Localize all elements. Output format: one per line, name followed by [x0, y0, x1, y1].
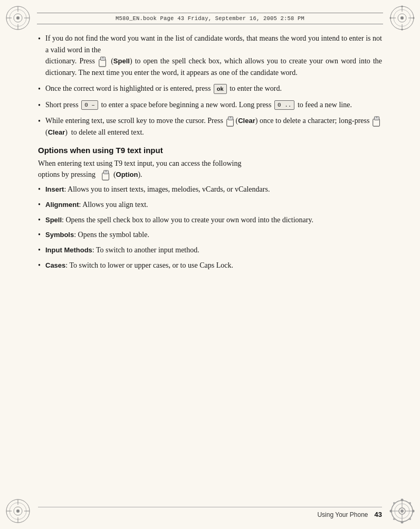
- option-item-insert: • Insert: Allows you to insert texts, im…: [38, 184, 382, 195]
- option-button-icon: [101, 170, 111, 181]
- option-item-cases: • Cases: To switch to lower or upper cas…: [38, 260, 382, 271]
- svg-point-35: [393, 502, 395, 504]
- page: M580_EN.book Page 43 Friday, September 1…: [0, 0, 420, 529]
- ok-key: ok: [214, 84, 227, 93]
- svg-point-18: [402, 29, 403, 31]
- option-item-spell: • Spell: Opens the spell check box to al…: [38, 214, 382, 226]
- bullet-item-4: • While entering text, use scroll key to…: [38, 115, 382, 138]
- bullet-dot-1: •: [38, 33, 45, 79]
- zero-key-newline: 0 ..: [274, 100, 294, 110]
- option-label-cases: Cases: [45, 261, 65, 269]
- bullet-item-3: • Short press 0 – to enter a space befor…: [38, 99, 382, 111]
- bullet-text-2: Once the correct word is highlighted or …: [45, 83, 382, 95]
- option-bullet-cases: •: [38, 260, 45, 271]
- svg-point-37: [393, 518, 395, 520]
- options-list: • Insert: Allows you to insert texts, im…: [38, 184, 382, 271]
- clear-label-1: Clear: [238, 117, 255, 125]
- svg-point-32: [401, 521, 404, 524]
- option-item-alignment: • Alignment: Allows you align text.: [38, 199, 382, 211]
- zero-key-space: 0 –: [81, 100, 98, 110]
- header-text: M580_EN.book Page 43 Friday, September 1…: [116, 15, 304, 22]
- corner-decoration-tl: [4, 4, 32, 32]
- clear-button-icon-1: [226, 116, 235, 127]
- option-text-insert: Insert: Allows you to insert texts, imag…: [45, 184, 382, 195]
- svg-point-19: [390, 17, 392, 19]
- footer-page-number: 43: [375, 511, 382, 518]
- spell-label: Spell: [113, 57, 130, 65]
- option-bullet-symbols: •: [38, 229, 45, 241]
- option-label-insert: Insert: [45, 185, 64, 193]
- option-bullet-insert: •: [38, 184, 45, 195]
- corner-decoration-br: [388, 497, 416, 525]
- header-bar: M580_EN.book Page 43 Friday, September 1…: [37, 13, 383, 24]
- option-text-cases: Cases: To switch to lower or upper cases…: [45, 260, 382, 271]
- main-content: • If you do not find the word you want i…: [38, 33, 382, 500]
- bullet-dot-4: •: [38, 116, 45, 138]
- option-label-symbols: Symbols: [45, 231, 74, 239]
- option-label-alignment: Alignment: [45, 201, 79, 209]
- option-text-symbols: Symbols: Opens the symbol table.: [45, 229, 382, 241]
- svg-point-16: [402, 6, 403, 7]
- footer-section-label: Using Your Phone: [317, 511, 368, 518]
- option-bullet-spell: •: [38, 214, 45, 226]
- svg-point-43: [400, 509, 404, 513]
- option-label-spell: Spell: [45, 216, 62, 224]
- svg-point-38: [409, 518, 411, 520]
- option-item-symbols: • Symbols: Opens the symbol table.: [38, 229, 382, 241]
- option-label-input-methods: Input Methods: [45, 246, 92, 254]
- bullet-text-1: If you do not find the word you want in …: [45, 33, 382, 79]
- svg-point-36: [409, 502, 411, 504]
- bullet-dot-3: •: [38, 100, 45, 111]
- option-text-alignment: Alignment: Allows you align text.: [45, 199, 382, 211]
- svg-point-11: [400, 16, 404, 20]
- svg-point-34: [412, 510, 415, 513]
- corner-decoration-tr: [388, 4, 416, 32]
- clear-label-2: Clear: [48, 128, 65, 136]
- footer: Using Your Phone 43: [38, 507, 382, 518]
- option-bullet-input-methods: •: [38, 244, 45, 256]
- bullet-text-4: While entering text, use scroll key to m…: [45, 115, 382, 138]
- bullet-text-3: Short press 0 – to enter a space before …: [45, 99, 382, 111]
- option-item-input-methods: • Input Methods: To switch to another in…: [38, 244, 382, 256]
- option-text-spell: Spell: Opens the spell check box to allo…: [45, 214, 382, 226]
- bullet-item-1: • If you do not find the word you want i…: [38, 33, 382, 79]
- section-intro: When entering text using T9 text input, …: [38, 158, 382, 181]
- bullet-item-2: • Once the correct word is highlighted o…: [38, 83, 382, 95]
- svg-point-23: [16, 509, 20, 513]
- option-bullet-alignment: •: [38, 199, 45, 211]
- clear-button-icon-2: [372, 116, 381, 127]
- option-label: Option: [116, 171, 138, 178]
- spell-button-icon: [98, 56, 108, 67]
- svg-point-3: [16, 16, 20, 20]
- bullet-dot-2: •: [38, 83, 45, 95]
- svg-point-31: [401, 499, 404, 502]
- svg-point-33: [390, 510, 393, 513]
- corner-decoration-bl: [4, 497, 32, 525]
- section-heading: Options when using T9 text input: [38, 146, 382, 155]
- svg-point-17: [413, 17, 415, 19]
- option-text-input-methods: Input Methods: To switch to another inpu…: [45, 244, 382, 256]
